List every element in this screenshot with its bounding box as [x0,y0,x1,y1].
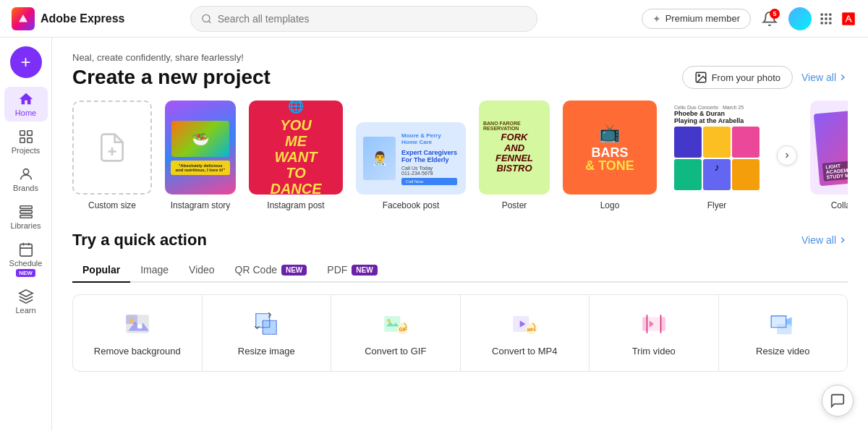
svg-point-14 [23,169,28,174]
quick-actions-header: Try a quick action View all [72,231,848,249]
custom-size-thumb [72,101,152,195]
template-logo[interactable]: 📺 BARS& TONE Logo [563,101,657,210]
page-title: Create a new project [72,66,271,89]
template-collage[interactable]: LIGHT ACADEMIA STUDY MIXTAPE Collage [810,101,848,210]
hero-actions: From your photo View all [682,66,848,89]
quick-actions-tabs: Popular Image Video QR Code NEW PDF NEW [72,258,848,283]
svg-point-20 [698,74,699,76]
quick-action-convert-mp4[interactable]: MP4 Convert to MP4 [460,294,590,372]
chevron-right-icon [838,235,848,245]
tab-video[interactable]: Video [179,258,225,283]
svg-rect-17 [20,216,32,218]
quick-action-trim-video[interactable]: Trim video [589,294,718,372]
top-navigation: Adobe Express ✦ Premium member 5 [0,0,868,38]
chevron-right-icon [783,151,791,160]
apps-grid-icon[interactable] [819,12,833,26]
quick-action-convert-gif[interactable]: GIF Convert to GIF [331,294,460,372]
app-logo-icon [12,7,35,30]
template-poster[interactable]: BANO FARORE RESERVATION FORKANDFENNELBIS… [479,101,550,210]
tab-image[interactable]: Image [130,258,179,283]
svg-text:GIF: GIF [399,327,407,332]
premium-star-icon: ✦ [652,13,661,25]
svg-rect-5 [825,17,827,20]
premium-label: Premium member [665,13,740,24]
add-file-icon [96,132,128,163]
quick-action-resize-image[interactable]: Resize image [202,294,331,372]
svg-rect-8 [825,22,827,24]
template-instagram-story[interactable]: 🥗 "Absolutely delicious and nutritious, … [165,101,236,210]
quick-action-resize-video[interactable]: Resize video [718,294,848,372]
notifications-button[interactable]: 5 [758,7,781,30]
view-all-templates-link[interactable]: View all [801,72,848,83]
template-label: Custom size [88,200,136,210]
sidebar: + Home Projects Brands Libraries Schedul… [0,38,52,431]
search-input[interactable] [218,13,527,25]
sidebar-item-label: Home [15,108,36,117]
template-label: Instagram post [267,200,324,210]
svg-rect-18 [20,244,32,257]
remove-background-icon [122,308,153,340]
svg-rect-38 [660,317,665,331]
chat-icon [830,393,846,409]
template-facebook-post[interactable]: 👨‍⚕️ Moore & PerryHome Care Expert Careg… [356,122,466,210]
resize-video-icon [767,308,799,340]
svg-rect-16 [20,210,32,213]
sidebar-item-libraries[interactable]: Libraries [4,200,48,234]
svg-rect-11 [27,131,31,135]
sidebar-item-home[interactable]: Home [4,87,48,121]
sidebar-item-label: Schedule [9,259,43,268]
scroll-right-button[interactable] [777,145,797,166]
quick-action-remove-background[interactable]: Remove background [72,294,202,372]
app-name: Adobe Express [41,12,124,25]
main-content: Neal, create confidently, share fearless… [52,38,868,431]
svg-rect-4 [820,17,822,20]
convert-gif-icon: GIF [380,308,412,340]
svg-rect-1 [820,13,822,15]
quick-actions-cards: Remove background Resize [72,294,848,372]
svg-rect-6 [829,17,831,20]
instagram-post-thumb: 🌐 YOUMEWANTTODANCE [249,101,343,195]
logo[interactable]: Adobe Express [12,7,124,30]
chat-button[interactable] [822,385,854,417]
template-flyer[interactable]: Cello Duo Concerto March 25 Phoebe & Dur… [670,101,764,210]
templates-row: Custom size 🥗 "Absolutely delicious and … [72,101,848,210]
sidebar-item-label: Brands [13,184,38,192]
template-custom-size[interactable]: Custom size [72,101,152,210]
template-instagram-post[interactable]: 🌐 YOUMEWANTTODANCE Instagram post [249,101,343,210]
template-label: Flyer [707,200,727,210]
sidebar-item-brands[interactable]: Brands [4,162,48,197]
tab-qrcode[interactable]: QR Code NEW [225,258,318,283]
svg-rect-3 [829,13,831,15]
premium-member-button[interactable]: ✦ Premium member [642,9,751,29]
search-icon [201,13,212,25]
main-layout: + Home Projects Brands Libraries Schedul… [0,38,868,431]
template-label: Instagram story [171,200,231,210]
svg-rect-9 [829,22,831,24]
adobe-icon[interactable] [841,11,856,27]
add-button[interactable]: + [10,46,42,78]
avatar[interactable] [788,7,812,30]
template-label: Logo [600,200,620,210]
pdf-new-badge: NEW [352,265,377,276]
quick-action-label: Resize image [238,346,295,358]
template-label: Facebook post [383,200,440,210]
schedule-new-badge: NEW [16,269,35,277]
convert-mp4-icon: MP4 [509,308,540,340]
search-bar[interactable] [190,6,537,32]
svg-point-0 [202,14,209,22]
tab-popular[interactable]: Popular [72,258,130,283]
template-label: Collage [831,200,848,210]
sidebar-item-label: Libraries [10,221,41,230]
sidebar-item-schedule[interactable]: Schedule NEW [4,237,48,281]
sidebar-item-projects[interactable]: Projects [4,124,48,159]
quick-actions-title: Try a quick action [72,231,207,249]
quick-action-label: Convert to MP4 [492,346,557,358]
tab-pdf[interactable]: PDF NEW [317,258,387,283]
quick-action-label: Convert to GIF [365,346,426,358]
svg-rect-37 [642,317,647,331]
sidebar-item-learn[interactable]: Learn [4,284,48,319]
svg-rect-12 [20,138,24,142]
chevron-right-icon [838,72,848,82]
view-all-quick-actions-link[interactable]: View all [801,234,848,246]
from-photo-button[interactable]: From your photo [682,66,793,89]
